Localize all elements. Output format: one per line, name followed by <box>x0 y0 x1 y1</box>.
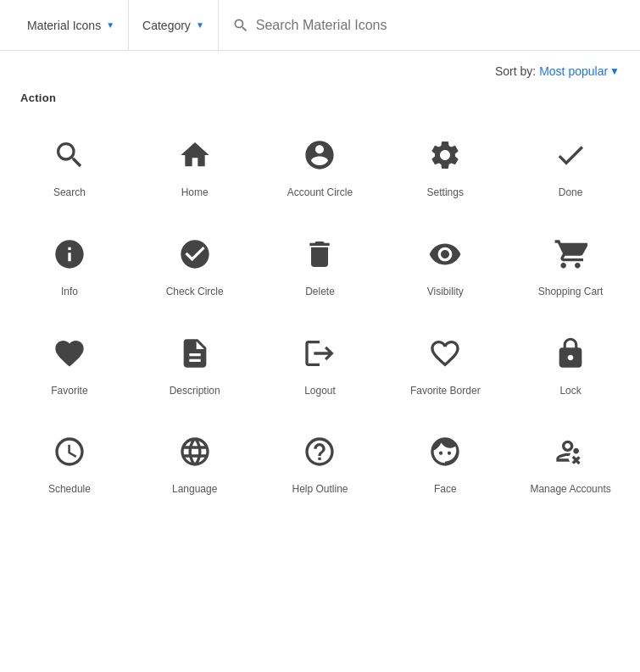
icon-item-lock[interactable]: Lock <box>508 316 633 415</box>
icon-item-visibility[interactable]: Visibility <box>382 217 508 316</box>
icon-item-account-circle[interactable]: Account Circle <box>258 118 383 217</box>
settings-icon <box>428 138 462 172</box>
icon-label-favorite-border: Favorite Border <box>410 384 481 398</box>
lock-icon <box>554 336 587 370</box>
search-placeholder: Search Material Icons <box>256 18 387 33</box>
account-circle-icon <box>303 138 337 172</box>
icon-item-done[interactable]: Done <box>508 118 633 217</box>
icon-item-home[interactable]: Home <box>132 118 258 217</box>
manage-accounts-icon <box>554 435 587 469</box>
icon-label-search: Search <box>53 186 86 200</box>
delete-icon <box>303 237 337 271</box>
material-icons-label: Material Icons <box>27 19 101 32</box>
sort-value[interactable]: Most popular <box>539 64 608 78</box>
home-icon <box>178 138 212 172</box>
icons-grid: Search Home Account Circle Settings Done… <box>0 118 640 514</box>
sort-bar: Sort by: Most popular ▼ <box>0 51 640 85</box>
icon-label-home: Home <box>181 186 209 200</box>
search-icon <box>53 138 86 172</box>
logout-icon <box>303 336 337 370</box>
favorite-border-icon <box>428 336 462 370</box>
favorite-icon <box>53 336 86 370</box>
description-icon <box>178 336 212 370</box>
done-icon <box>554 138 587 172</box>
icon-item-manage-accounts[interactable]: Manage Accounts <box>508 414 633 514</box>
icon-label-visibility: Visibility <box>427 285 464 299</box>
toolbar: Material Icons ▼ Category ▼ Search Mater… <box>0 0 640 51</box>
icon-label-lock: Lock <box>559 384 581 398</box>
icon-label-settings: Settings <box>427 186 464 200</box>
icon-item-schedule[interactable]: Schedule <box>7 414 132 514</box>
shopping-cart-icon <box>554 237 587 271</box>
category-label: Category <box>142 19 191 32</box>
category-dropdown[interactable]: Category ▼ <box>129 0 219 50</box>
sort-arrow-icon: ▼ <box>609 65 620 77</box>
search-bar[interactable]: Search Material Icons <box>219 10 626 41</box>
icon-label-language: Language <box>172 482 217 497</box>
icon-label-description: Description <box>170 384 220 398</box>
icon-label-logout: Logout <box>304 384 336 398</box>
icon-item-search[interactable]: Search <box>7 118 132 217</box>
icon-label-face: Face <box>434 482 457 497</box>
icon-item-help-outline[interactable]: Help Outline <box>258 414 383 514</box>
icon-item-info[interactable]: Info <box>7 217 132 316</box>
icon-label-help-outline: Help Outline <box>292 482 348 497</box>
check-circle-icon <box>178 237 212 271</box>
icon-item-description[interactable]: Description <box>132 316 258 415</box>
icon-label-delete: Delete <box>305 285 335 299</box>
category-arrow-icon: ▼ <box>196 20 204 30</box>
info-icon <box>53 237 86 271</box>
icon-label-manage-accounts: Manage Accounts <box>530 482 610 497</box>
material-icons-arrow-icon: ▼ <box>106 20 114 30</box>
icon-item-favorite-border[interactable]: Favorite Border <box>382 316 508 415</box>
section-title: Action <box>0 85 640 118</box>
icon-item-logout[interactable]: Logout <box>258 316 383 415</box>
icon-item-delete[interactable]: Delete <box>258 217 383 316</box>
icon-item-favorite[interactable]: Favorite <box>7 316 132 415</box>
search-icon <box>232 17 249 34</box>
icon-item-settings[interactable]: Settings <box>382 118 508 217</box>
icon-item-check-circle[interactable]: Check Circle <box>132 217 258 316</box>
visibility-icon <box>428 237 462 271</box>
sort-label: Sort by: <box>495 64 536 78</box>
icon-item-shopping-cart[interactable]: Shopping Cart <box>508 217 633 316</box>
icon-label-shopping-cart: Shopping Cart <box>538 285 604 299</box>
help-outline-icon <box>303 435 337 469</box>
schedule-icon <box>53 435 86 469</box>
icon-item-face[interactable]: Face <box>382 414 508 514</box>
language-icon <box>178 435 212 469</box>
icon-label-schedule: Schedule <box>48 482 91 497</box>
icon-label-done: Done <box>559 186 583 200</box>
material-icons-dropdown[interactable]: Material Icons ▼ <box>14 0 129 50</box>
icon-label-favorite: Favorite <box>51 384 87 398</box>
icon-label-account-circle: Account Circle <box>287 186 353 200</box>
icon-label-info: Info <box>61 285 78 299</box>
icon-label-check-circle: Check Circle <box>166 285 224 299</box>
icon-item-language[interactable]: Language <box>132 414 258 514</box>
face-icon <box>428 435 462 469</box>
